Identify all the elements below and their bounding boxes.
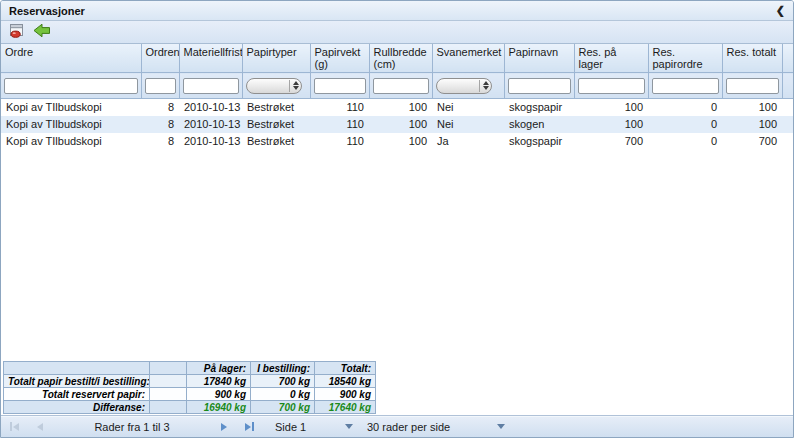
back-button[interactable] — [33, 24, 51, 41]
page-select[interactable]: Side 1 — [275, 421, 353, 433]
first-page-button[interactable] — [1, 419, 28, 434]
summary-header-i-bestilling: I bestilling: — [251, 362, 315, 375]
cell-ordre: Kopi av TIlbudskopi — [1, 116, 141, 133]
column-header-res-pa-lager[interactable]: Res. på lager — [574, 44, 648, 73]
summary-spacer-cell — [150, 401, 187, 414]
papirtyper-filter-select[interactable] — [246, 78, 302, 94]
column-header-materiellfrist[interactable]: Materiellfrist — [179, 44, 242, 73]
next-page-button[interactable] — [212, 420, 236, 434]
cell-res-papirordre: 0 — [648, 116, 722, 133]
title-bar: Reservasjoner ❮ — [1, 1, 793, 21]
prev-page-icon — [37, 423, 43, 431]
summary-row-bestilt: Totalt papir bestilt/i bestilling: 17840… — [4, 375, 376, 388]
chevron-down-icon — [497, 424, 505, 429]
summary-spacer-cell — [150, 362, 187, 375]
svanemerket-filter-select[interactable] — [436, 78, 492, 94]
cell-rullbredde: 100 — [369, 99, 432, 116]
cell-papirvekt: 110 — [310, 116, 369, 133]
page-size-select[interactable]: 30 rader per side — [367, 421, 505, 433]
summary-value: 17840 kg — [187, 375, 251, 388]
summary-corner-cell — [4, 362, 150, 375]
rullbredde-filter-input[interactable] — [373, 78, 429, 94]
cell-papirvekt: 110 — [310, 99, 369, 116]
cell-svanemerket: Nei — [432, 99, 504, 116]
cell-papirtyper: Bestrøket — [242, 116, 310, 133]
pagination-bar: Rader fra 1 til 3 Side 1 30 rader per si… — [1, 415, 793, 437]
column-header-papirvekt[interactable]: Papirvekt (g) — [310, 44, 369, 73]
cell-svanemerket: Ja — [432, 133, 504, 150]
cell-res-pa-lager: 700 — [574, 133, 648, 150]
table-row[interactable]: Kopi av TIlbudskopi 8 2010-10-13 Bestrøk… — [1, 133, 793, 150]
cell-papirnavn: skogen — [504, 116, 574, 133]
pager-nav: Rader fra 1 til 3 — [1, 419, 263, 434]
papirvekt-filter-input[interactable] — [314, 78, 366, 94]
column-header-papirtyper[interactable]: Papirtyper — [242, 44, 310, 73]
scrollbar-gutter — [782, 73, 793, 99]
last-page-button[interactable] — [236, 419, 263, 434]
papirnavn-filter-input[interactable] — [508, 78, 571, 94]
summary-value: 0 kg — [251, 388, 315, 401]
column-header-ordrenr[interactable]: Ordrenr — [141, 44, 179, 73]
report-red-ball-button[interactable] — [8, 24, 26, 41]
spinner-arrows-icon — [479, 80, 489, 92]
last-page-icon — [245, 423, 251, 431]
next-page-icon — [221, 423, 227, 431]
column-header-ordre[interactable]: Ordre — [1, 44, 141, 73]
summary-value: 18540 kg — [315, 375, 376, 388]
column-header-res-totalt[interactable]: Res. totalt — [722, 44, 782, 73]
table-row[interactable]: Kopi av TIlbudskopi 8 2010-10-13 Bestrøk… — [1, 99, 793, 116]
summary-value: 900 kg — [187, 388, 251, 401]
cell-papirvekt: 110 — [310, 133, 369, 150]
ordre-filter-input[interactable] — [4, 78, 138, 94]
summary-row-label: Totalt papir bestilt/i bestilling: — [4, 375, 150, 388]
cell-ordrenr: 8 — [141, 133, 179, 150]
summary-spacer-cell — [150, 375, 187, 388]
res-papirordre-filter-input[interactable] — [652, 78, 719, 94]
cell-papirtyper: Bestrøket — [242, 99, 310, 116]
column-header-res-papirordre[interactable]: Res. papirordre — [648, 44, 722, 73]
cell-res-totalt: 700 — [722, 133, 782, 150]
prev-page-button[interactable] — [28, 420, 52, 434]
cell-materiellfrist: 2010-10-13 — [179, 133, 242, 150]
cell-materiellfrist: 2010-10-13 — [179, 99, 242, 116]
column-header-papirnavn[interactable]: Papirnavn — [504, 44, 574, 73]
summary-header-pa-lager: På lager: — [187, 362, 251, 375]
chevron-down-icon — [345, 424, 353, 429]
cell-svanemerket: Nei — [432, 116, 504, 133]
table-row[interactable]: Kopi av TIlbudskopi 8 2010-10-13 Bestrøk… — [1, 116, 793, 133]
column-header-svanemerket[interactable]: Svanemerket — [432, 44, 504, 73]
cell-res-totalt: 100 — [722, 99, 782, 116]
materiellfrist-filter-input[interactable] — [183, 78, 239, 94]
cell-papirtyper: Bestrøket — [242, 133, 310, 150]
cell-res-pa-lager: 100 — [574, 116, 648, 133]
cell-papirnavn: skogspapir — [504, 99, 574, 116]
summary-value: 900 kg — [315, 388, 376, 401]
summary-row-label: Differanse: — [4, 401, 150, 414]
collapse-panel-icon[interactable]: ❮ — [776, 4, 785, 17]
grid-area: Ordre Ordrenr Materiellfrist Papirtyper … — [1, 44, 793, 415]
column-header-rullbredde[interactable]: Rullbredde (cm) — [369, 44, 432, 73]
scrollbar-gutter — [782, 116, 793, 133]
header-row: Ordre Ordrenr Materiellfrist Papirtyper … — [1, 44, 793, 73]
cell-ordre: Kopi av TIlbudskopi — [1, 99, 141, 116]
cell-ordrenr: 8 — [141, 99, 179, 116]
page-size-value: 30 rader per side — [367, 421, 450, 433]
scrollbar-gutter — [782, 133, 793, 150]
ordrenr-filter-input[interactable] — [145, 78, 176, 94]
summary-value: 16940 kg — [187, 401, 251, 414]
summary-header-row: På lager: I bestilling: Totalt: — [4, 362, 376, 375]
summary-row-differanse: Differanse: 16940 kg 700 kg 17640 kg — [4, 401, 376, 414]
first-page-icon — [10, 422, 12, 431]
paper-totals-summary: På lager: I bestilling: Totalt: Totalt p… — [3, 361, 376, 414]
cell-papirnavn: skogspapir — [504, 133, 574, 150]
scrollbar-gutter — [782, 44, 793, 73]
reservations-window: Reservasjoner ❮ — [0, 0, 794, 438]
res-pa-lager-filter-input[interactable] — [578, 78, 645, 94]
summary-value: 17640 kg — [315, 401, 376, 414]
cell-materiellfrist: 2010-10-13 — [179, 116, 242, 133]
cell-rullbredde: 100 — [369, 133, 432, 150]
spinner-arrows-icon — [289, 80, 299, 92]
res-totalt-filter-input[interactable] — [726, 78, 779, 94]
reservations-table: Ordre Ordrenr Materiellfrist Papirtyper … — [1, 44, 793, 150]
cell-ordre: Kopi av TIlbudskopi — [1, 133, 141, 150]
